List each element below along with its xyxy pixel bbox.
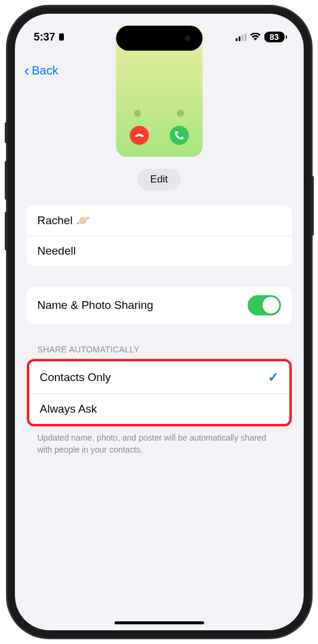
first-name-value: Rachel 🪐 <box>38 213 90 227</box>
share-auto-card: Contacts Only ✓ Always Ask <box>27 359 292 426</box>
decline-call-button <box>129 126 149 145</box>
screen: 5:37 83 ‹ Back <box>15 14 304 630</box>
poster-call-buttons <box>129 126 189 145</box>
share-auto-header: SHARE AUTOMATICALLY <box>27 345 292 359</box>
back-button[interactable]: ‹ Back <box>24 61 58 80</box>
battery-icon: 83 <box>264 32 285 42</box>
option-contacts-only[interactable]: Contacts Only ✓ <box>29 361 289 394</box>
poster-voicemail-icon <box>177 110 184 117</box>
time-label: 5:37 <box>34 31 55 44</box>
name-card: Rachel 🪐 Needell <box>27 205 292 266</box>
sharing-label: Name & Photo Sharing <box>38 299 153 312</box>
share-auto-footer: Updated name, photo, and poster will be … <box>27 432 292 456</box>
first-name-field[interactable]: Rachel 🪐 <box>27 205 292 236</box>
edit-button[interactable]: Edit <box>137 169 181 190</box>
poster-message-icon <box>134 110 141 117</box>
option-label: Always Ask <box>40 402 97 416</box>
last-name-field[interactable]: Needell <box>27 236 292 266</box>
phone-frame: 5:37 83 ‹ Back <box>7 6 311 638</box>
silent-switch <box>5 122 7 143</box>
sharing-card: Name & Photo Sharing <box>27 287 292 324</box>
checkmark-icon: ✓ <box>268 370 279 385</box>
option-always-ask[interactable]: Always Ask <box>29 394 289 424</box>
volume-up-button <box>5 161 7 200</box>
last-name-value: Needell <box>38 244 76 258</box>
battery-level: 83 <box>270 32 279 42</box>
phone-icon <box>174 131 184 140</box>
accept-call-button <box>169 126 189 145</box>
dynamic-island <box>116 26 202 51</box>
volume-down-button <box>5 212 7 250</box>
option-label: Contacts Only <box>40 371 111 384</box>
poster-small-icons <box>134 110 184 117</box>
svg-rect-0 <box>59 33 64 41</box>
wifi-icon <box>250 33 261 41</box>
power-button <box>311 176 314 236</box>
back-label: Back <box>32 64 58 78</box>
home-indicator[interactable] <box>115 621 204 624</box>
signal-icon <box>236 33 246 41</box>
sharing-toggle-row: Name & Photo Sharing <box>27 287 292 324</box>
nav-bar: ‹ Back <box>15 55 304 85</box>
sharing-toggle[interactable] <box>248 295 281 315</box>
location-icon <box>58 33 65 41</box>
phone-down-icon <box>134 133 144 138</box>
status-time: 5:37 <box>34 31 65 44</box>
status-right: 83 <box>236 32 285 42</box>
chevron-left-icon: ‹ <box>24 61 30 80</box>
